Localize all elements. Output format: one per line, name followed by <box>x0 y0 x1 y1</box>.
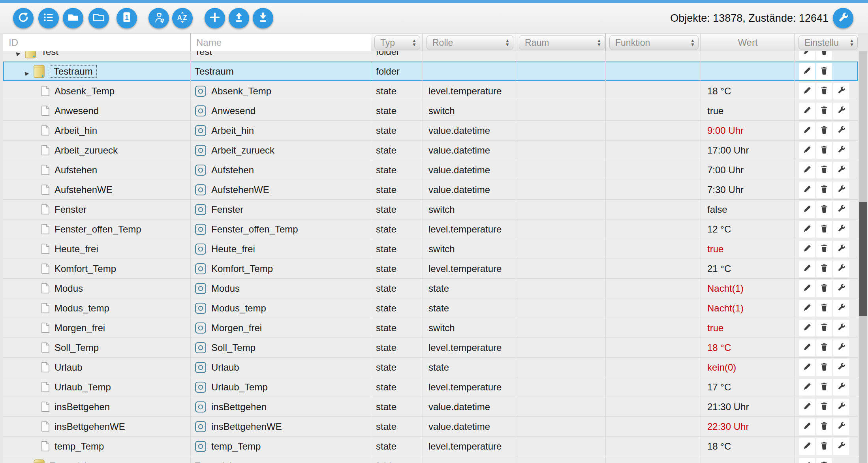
delete-button[interactable] <box>816 438 832 455</box>
edit-button[interactable] <box>799 438 815 455</box>
settings-button[interactable] <box>833 280 849 297</box>
delete-button[interactable] <box>816 300 832 317</box>
table-row[interactable]: Soll_Temp Soll_Temp state level.temperat… <box>3 338 858 358</box>
name-filter-input[interactable] <box>191 34 371 52</box>
settings-button[interactable] <box>833 221 849 238</box>
edit-button[interactable] <box>799 359 815 376</box>
table-row[interactable]: Absenk_Temp Absenk_Temp state level.temp… <box>3 81 858 101</box>
raum-filter-select[interactable]: Raum ▲▼ <box>519 35 605 50</box>
edit-button[interactable] <box>799 458 815 463</box>
table-row[interactable]: Komfort_Temp Komfort_Temp state level.te… <box>3 259 858 279</box>
table-row[interactable]: insBettgehenWE insBettgehenWE state valu… <box>3 417 858 437</box>
settings-button[interactable] <box>833 261 849 277</box>
table-row[interactable]: Urlaub Urlaub state state kein(0) <box>3 358 858 377</box>
settings-button[interactable] <box>833 142 849 159</box>
expert-mode-button[interactable] <box>148 8 169 28</box>
edit-button[interactable] <box>799 379 815 396</box>
table-row[interactable]: Arbeit_zurueck Arbeit_zurueck state valu… <box>3 141 858 160</box>
delete-button[interactable] <box>816 320 832 336</box>
settings-button[interactable] <box>833 182 849 198</box>
edit-button[interactable] <box>799 261 815 277</box>
rolle-filter-select[interactable]: Rolle ▲▼ <box>426 35 513 50</box>
settings-button[interactable] <box>833 379 849 396</box>
table-row[interactable]: Fenster_offen_Temp Fenster_offen_Temp st… <box>3 219 858 239</box>
expander-triangle-icon[interactable] <box>24 68 30 75</box>
edit-button[interactable] <box>799 399 815 415</box>
delete-button[interactable] <box>816 63 832 80</box>
delete-button[interactable] <box>816 379 832 396</box>
delete-button[interactable] <box>816 162 832 178</box>
delete-button[interactable] <box>816 399 832 415</box>
delete-button[interactable] <box>816 122 832 139</box>
einstellungen-filter-select[interactable]: Einstellu ▲▼ <box>798 35 858 50</box>
edit-button[interactable] <box>799 418 815 435</box>
edit-button[interactable] <box>799 142 815 159</box>
edit-button[interactable] <box>799 339 815 356</box>
settings-button[interactable] <box>833 339 849 356</box>
settings-button[interactable] <box>833 201 849 218</box>
edit-button[interactable] <box>799 280 815 297</box>
delete-button[interactable] <box>816 51 832 60</box>
delete-button[interactable] <box>816 418 832 435</box>
table-row[interactable]: Modus_temp Modus_temp state state Nacht(… <box>3 298 858 318</box>
delete-button[interactable] <box>816 201 832 218</box>
refresh-button[interactable] <box>13 8 34 28</box>
delete-button[interactable] <box>816 142 832 159</box>
table-row[interactable]: insBettgehen insBettgehen state value.da… <box>3 397 858 417</box>
expand-folders-button[interactable] <box>88 8 109 28</box>
table-row[interactable]: Arbeit_hin Arbeit_hin state value.dateti… <box>3 121 858 141</box>
expander-triangle-icon[interactable] <box>15 51 21 55</box>
table-row[interactable]: Test Test folder <box>3 51 858 62</box>
settings-button[interactable] <box>833 241 849 257</box>
list-view-button[interactable] <box>38 8 59 28</box>
delete-button[interactable] <box>816 458 832 463</box>
edit-button[interactable] <box>799 221 815 238</box>
settings-button[interactable] <box>833 418 849 435</box>
table-row[interactable]: temp_Temp temp_Temp state level.temperat… <box>3 437 858 456</box>
delete-button[interactable] <box>816 359 832 376</box>
edit-button[interactable] <box>799 83 815 99</box>
edit-button[interactable] <box>799 241 815 257</box>
id-filter-input[interactable] <box>3 34 191 52</box>
delete-button[interactable] <box>816 83 832 99</box>
delete-button[interactable] <box>816 241 832 257</box>
edit-button[interactable] <box>799 182 815 198</box>
download-button[interactable] <box>253 8 273 28</box>
delete-button[interactable] <box>816 221 832 238</box>
delete-button[interactable] <box>816 103 832 119</box>
table-row[interactable]: AufstehenWE AufstehenWE state value.date… <box>3 180 858 200</box>
settings-button[interactable] <box>833 300 849 317</box>
table-row[interactable]: Teststrich Teststrich folder <box>3 456 858 463</box>
table-row[interactable]: Heute_frei Heute_frei state switch true <box>3 239 858 259</box>
funktion-filter-select[interactable]: Funktion ▲▼ <box>609 35 699 50</box>
vertical-scrollbar[interactable] <box>859 51 867 463</box>
settings-button[interactable] <box>833 162 849 178</box>
table-row[interactable]: Morgen_frei Morgen_frei state switch tru… <box>3 318 858 338</box>
delete-button[interactable] <box>816 261 832 277</box>
settings-button[interactable] <box>833 8 853 28</box>
edit-button[interactable] <box>799 320 815 336</box>
table-row[interactable]: Fenster Fenster state switch false <box>3 200 858 219</box>
settings-button[interactable] <box>833 359 849 376</box>
expand-level-1-button[interactable]: 1 <box>116 8 137 28</box>
table-row[interactable]: Modus Modus state state Nacht(1) <box>3 279 858 298</box>
edit-button[interactable] <box>799 300 815 317</box>
settings-button[interactable] <box>833 83 849 99</box>
delete-button[interactable] <box>816 339 832 356</box>
settings-button[interactable] <box>833 320 849 336</box>
sort-az-button[interactable]: AZ <box>172 8 193 28</box>
delete-button[interactable] <box>816 182 832 198</box>
table-row[interactable]: Anwesend Anwesend state switch true <box>3 101 858 121</box>
upload-button[interactable] <box>229 8 249 28</box>
edit-button[interactable] <box>799 103 815 119</box>
table-row[interactable]: Testraum Testraum folder <box>3 62 858 81</box>
edit-button[interactable] <box>799 201 815 218</box>
edit-button[interactable] <box>799 122 815 139</box>
table-row[interactable]: Aufstehen Aufstehen state value.datetime… <box>3 160 858 180</box>
settings-button[interactable] <box>833 122 849 139</box>
collapse-folders-button[interactable] <box>63 8 83 28</box>
table-row[interactable]: Urlaub_Temp Urlaub_Temp state level.temp… <box>3 377 858 397</box>
edit-button[interactable] <box>799 63 815 80</box>
edit-button[interactable] <box>799 51 815 60</box>
edit-button[interactable] <box>799 162 815 178</box>
